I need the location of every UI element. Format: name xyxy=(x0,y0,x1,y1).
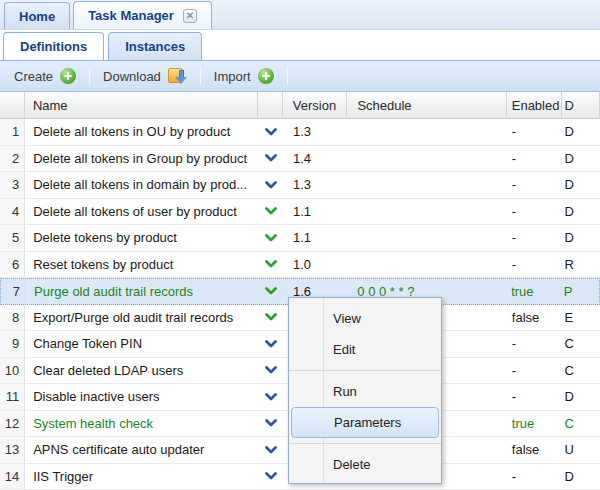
task-schedule xyxy=(348,172,507,198)
header-schedule[interactable]: Schedule xyxy=(347,92,506,118)
chevron-down-icon[interactable] xyxy=(258,252,283,278)
menu-item-view[interactable]: View xyxy=(289,303,441,334)
task-name: Reset tokens by product xyxy=(25,252,258,278)
task-name: Delete all tokens in OU by product xyxy=(25,119,258,145)
task-enabled: - xyxy=(507,199,562,225)
row-number: 12 xyxy=(0,411,25,437)
task-description: D xyxy=(562,225,600,251)
tab-home[interactable]: Home xyxy=(4,2,70,29)
header-actions xyxy=(258,92,283,118)
download-button[interactable]: Download xyxy=(99,66,191,87)
tab-home-label: Home xyxy=(19,9,55,24)
header-description[interactable]: D xyxy=(562,92,600,118)
task-name: Delete all tokens in Group by product xyxy=(25,146,258,172)
chevron-down-icon[interactable] xyxy=(258,146,283,172)
header-version[interactable]: Version xyxy=(283,92,348,118)
table-row[interactable]: 2 Delete all tokens in Group by product … xyxy=(0,146,600,173)
table-row[interactable]: 5 Delete tokens by product 1.1 - D xyxy=(0,225,600,252)
chevron-down-icon[interactable] xyxy=(258,199,283,225)
tab-definitions-label: Definitions xyxy=(20,39,87,54)
task-version: 1.3 xyxy=(283,119,348,145)
table-row[interactable]: 6 Reset tokens by product 1.0 - R xyxy=(0,252,600,279)
download-export-icon xyxy=(168,68,187,85)
row-number: 7 xyxy=(1,279,26,304)
task-description: D xyxy=(562,119,600,145)
tab-instances-label: Instances xyxy=(125,39,185,54)
task-enabled: - xyxy=(507,225,562,251)
task-version: 1.1 xyxy=(283,199,348,225)
menu-item-parameters[interactable]: Parameters xyxy=(291,407,439,438)
table-row[interactable]: 3 Delete all tokens in domain by prod...… xyxy=(0,172,600,199)
chevron-down-icon[interactable] xyxy=(258,358,283,384)
task-enabled: true xyxy=(507,411,562,437)
task-schedule xyxy=(348,225,507,251)
chevron-down-icon[interactable] xyxy=(258,411,283,437)
task-name: Export/Purge old audit trail records xyxy=(25,305,258,331)
task-enabled: - xyxy=(507,384,562,410)
header-enabled[interactable]: Enabled xyxy=(507,92,562,118)
task-enabled: true xyxy=(506,279,561,304)
tab-task-manager[interactable]: Task Manager ✕ xyxy=(73,1,212,29)
plus-circle-icon xyxy=(60,68,76,84)
chevron-down-icon[interactable] xyxy=(258,119,283,145)
import-button-label: Import xyxy=(214,69,251,84)
task-description: R xyxy=(562,252,600,278)
chevron-down-icon[interactable] xyxy=(258,305,283,331)
view-tab-bar: Definitions Instances xyxy=(0,30,600,61)
toolbar-separator xyxy=(200,68,201,85)
task-name: IIS Trigger xyxy=(25,464,258,490)
task-enabled: - xyxy=(507,172,562,198)
table-row[interactable]: 4 Delete all tokens of user by product 1… xyxy=(0,199,600,226)
task-enabled: - xyxy=(507,331,562,357)
menu-item-run[interactable]: Run xyxy=(289,376,441,407)
task-name: Disable inactive users xyxy=(25,384,258,410)
task-name: Delete all tokens of user by product xyxy=(25,199,258,225)
row-number: 6 xyxy=(0,252,25,278)
chevron-down-icon[interactable] xyxy=(258,225,283,251)
tab-instances[interactable]: Instances xyxy=(108,32,202,60)
menu-separator xyxy=(289,370,441,371)
row-number: 2 xyxy=(0,146,25,172)
download-button-label: Download xyxy=(103,69,161,84)
task-description: D xyxy=(562,172,600,198)
task-schedule xyxy=(348,199,507,225)
plus-circle-icon xyxy=(258,68,274,84)
task-enabled: - xyxy=(507,119,562,145)
chevron-down-icon[interactable] xyxy=(258,384,283,410)
chevron-down-icon[interactable] xyxy=(258,437,283,463)
row-number: 4 xyxy=(0,199,25,225)
toolbar-separator xyxy=(89,68,90,85)
task-name: Change Token PIN xyxy=(25,331,258,357)
task-description: D xyxy=(562,384,600,410)
task-name: Delete all tokens in domain by prod... xyxy=(25,172,258,198)
task-manager-window: Home Task Manager ✕ Definitions Instance… xyxy=(0,0,600,490)
task-name: APNS certificate auto updater xyxy=(25,437,258,463)
create-button[interactable]: Create xyxy=(10,66,80,86)
chevron-down-icon[interactable] xyxy=(258,464,283,490)
task-name: System health check xyxy=(25,411,258,437)
table-row[interactable]: 1 Delete all tokens in OU by product 1.3… xyxy=(0,119,600,146)
menu-item-delete[interactable]: Delete xyxy=(289,449,441,480)
task-description: U xyxy=(562,437,600,463)
task-version: 1.4 xyxy=(283,146,348,172)
toolbar-separator xyxy=(287,68,288,85)
window-tab-bar: Home Task Manager ✕ xyxy=(0,0,600,30)
row-number: 8 xyxy=(0,305,25,331)
task-description: E xyxy=(562,305,600,331)
task-description: D xyxy=(562,146,600,172)
menu-item-edit[interactable]: Edit xyxy=(289,334,441,365)
chevron-down-icon[interactable] xyxy=(258,279,283,304)
import-button[interactable]: Import xyxy=(210,66,278,86)
grid-header: Name Version Schedule Enabled D xyxy=(0,92,600,119)
tab-definitions[interactable]: Definitions xyxy=(3,32,104,60)
task-name: Purge old audit trail records xyxy=(26,279,258,304)
header-name[interactable]: Name xyxy=(25,92,258,118)
row-number: 10 xyxy=(0,358,25,384)
task-enabled: - xyxy=(507,358,562,384)
chevron-down-icon[interactable] xyxy=(258,331,283,357)
task-version: 1.0 xyxy=(283,252,348,278)
row-number: 3 xyxy=(0,172,25,198)
create-button-label: Create xyxy=(14,69,53,84)
close-icon[interactable]: ✕ xyxy=(183,9,197,23)
chevron-down-icon[interactable] xyxy=(258,172,283,198)
